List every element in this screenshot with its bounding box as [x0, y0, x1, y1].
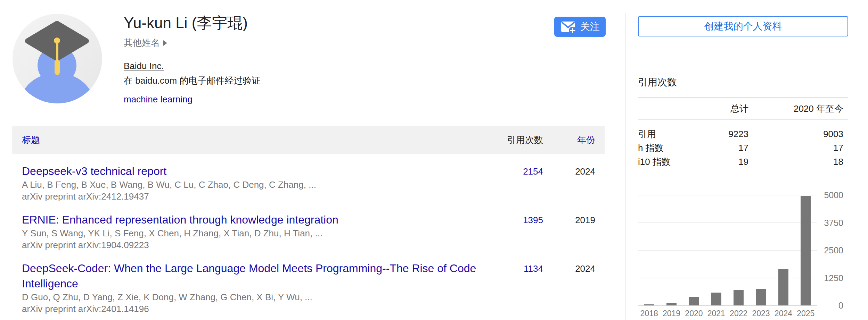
stats-value-all: 19 [693, 157, 748, 167]
chart-xtick-label: 2023 [750, 309, 772, 318]
chart-bar-2018[interactable] [644, 304, 654, 305]
stats-row-citations: 引用 9223 9003 [638, 127, 843, 141]
citations-chart-bars [638, 195, 817, 305]
vertical-divider [625, 13, 626, 320]
follow-button[interactable]: 关注 [554, 17, 606, 37]
create-profile-button[interactable]: 创建我的个人资料 [638, 16, 848, 36]
sort-by-year-link[interactable]: 年份 [577, 135, 595, 145]
profile-name: Yu-kun Li (李宇琨) [124, 13, 261, 33]
chart-bar-2019[interactable] [666, 303, 677, 305]
chart-bar-slot [750, 289, 772, 305]
article-title-link[interactable]: DeepSeek-Coder: When the Large Language … [22, 261, 488, 291]
cited-by-count-link[interactable]: 1395 [523, 215, 543, 225]
article-authors: Y Sun, S Wang, YK Li, S Feng, X Chen, H … [22, 227, 488, 239]
article-year: 2024 [543, 163, 595, 177]
stats-row-i10-index: i10 指数 19 18 [638, 155, 843, 169]
article-authors: D Guo, Q Zhu, D Yang, Z Xie, K Dong, W Z… [22, 291, 488, 303]
citations-chart: 01250250037505000 2018201920202021202220… [638, 195, 848, 318]
chart-bar-2024[interactable] [778, 269, 788, 305]
chart-bar-slot [705, 293, 727, 305]
stats-col-all: 总计 [693, 103, 748, 115]
stats-row-label: h 指数 [638, 142, 693, 154]
article-venue: arXiv preprint arXiv:2401.14196 [22, 303, 488, 315]
stats-col-since: 2020 年至今 [748, 103, 843, 115]
article-year: 2019 [543, 212, 595, 226]
stats-value-since: 17 [748, 143, 843, 153]
other-names-toggle[interactable]: 其他姓名 [124, 37, 167, 49]
stats-row-label: 引用 [638, 128, 693, 140]
sort-by-title-link[interactable]: 标题 [22, 135, 40, 145]
chart-ytick-label: 0 [838, 301, 843, 311]
article-venue: arXiv preprint arXiv:1904.09223 [22, 239, 488, 251]
articles-table: 标题 引用次数 年份 Deepseek-v3 technical report … [12, 126, 605, 315]
create-profile-label: 创建我的个人资料 [704, 20, 782, 33]
chart-ytick-label: 2500 [824, 245, 843, 255]
interest-link[interactable]: machine learning [124, 94, 193, 104]
chart-bar-slot [795, 196, 817, 305]
affiliation-link[interactable]: Baidu Inc. [124, 61, 164, 71]
stats-value-all: 17 [693, 143, 748, 153]
stats-value-all: 9223 [693, 129, 748, 140]
chart-bar-2021[interactable] [711, 293, 721, 305]
citation-stats-panel: 引用次数 总计 2020 年至今 引用 9223 9003 h 指数 17 17… [638, 76, 848, 169]
citation-stats-column-headers: 总计 2020 年至今 [638, 97, 848, 120]
article-row: DeepSeek-Coder: When the Large Language … [12, 251, 605, 315]
chart-bar-slot [683, 297, 705, 305]
chart-ytick-label: 5000 [824, 190, 843, 200]
citations-chart-plot [638, 195, 817, 305]
stats-value-since: 9003 [748, 129, 843, 140]
chart-bar-2020[interactable] [689, 297, 699, 305]
article-venue: arXiv preprint arXiv:2412.19437 [22, 191, 488, 202]
verified-email: 在 baidu.com 的电子邮件经过验证 [124, 75, 261, 86]
profile-header: Yu-kun Li (李宇琨) 其他姓名 Baidu Inc. 在 baidu.… [124, 13, 261, 105]
chart-bar-2025[interactable] [801, 196, 811, 305]
citations-chart-ylabels: 01250250037505000 [817, 195, 848, 305]
chart-bar-slot [728, 290, 750, 305]
article-title-link[interactable]: ERNIE: Enhanced representation through k… [22, 212, 338, 227]
cited-by-column-header: 引用次数 [488, 134, 543, 146]
expand-arrow-icon [163, 40, 167, 46]
chart-xtick-label: 2019 [660, 309, 682, 318]
cited-by-count-link[interactable]: 2154 [523, 166, 543, 177]
chart-bar-slot [772, 269, 794, 305]
citations-chart-xlabels: 20182019202020212022202320242025 [638, 309, 817, 318]
article-row: Deepseek-v3 technical report A Liu, B Fe… [12, 154, 605, 202]
chart-xtick-label: 2021 [705, 309, 727, 318]
chart-xtick-label: 2024 [772, 309, 794, 318]
chart-xtick-label: 2018 [638, 309, 660, 318]
article-row: ERNIE: Enhanced representation through k… [12, 202, 605, 251]
other-names-label: 其他姓名 [124, 37, 160, 49]
stats-row-h-index: h 指数 17 17 [638, 141, 843, 155]
chart-xtick-label: 2020 [683, 309, 705, 318]
citation-stats-heading: 引用次数 [638, 76, 848, 89]
profile-avatar [13, 14, 102, 103]
chart-xtick-label: 2025 [795, 309, 817, 318]
chart-bar-slot [660, 303, 682, 305]
cited-by-count-link[interactable]: 1134 [524, 263, 543, 274]
chart-bar-2022[interactable] [734, 290, 744, 305]
chart-xtick-label: 2022 [728, 309, 750, 318]
stats-row-label: i10 指数 [638, 156, 693, 168]
article-authors: A Liu, B Feng, B Xue, B Wang, B Wu, C Lu… [22, 179, 488, 191]
articles-table-header: 标题 引用次数 年份 [12, 126, 605, 154]
stats-value-since: 18 [748, 157, 843, 167]
follow-button-label: 关注 [580, 20, 600, 33]
follow-email-icon [560, 19, 576, 35]
chart-ytick-label: 3750 [824, 218, 843, 228]
chart-ytick-label: 1250 [824, 273, 843, 283]
chart-bar-slot [638, 304, 660, 305]
scholar-avatar-icon [13, 14, 102, 103]
chart-bar-2023[interactable] [756, 289, 766, 305]
article-year: 2024 [543, 261, 595, 275]
article-title-link[interactable]: Deepseek-v3 technical report [22, 163, 166, 179]
